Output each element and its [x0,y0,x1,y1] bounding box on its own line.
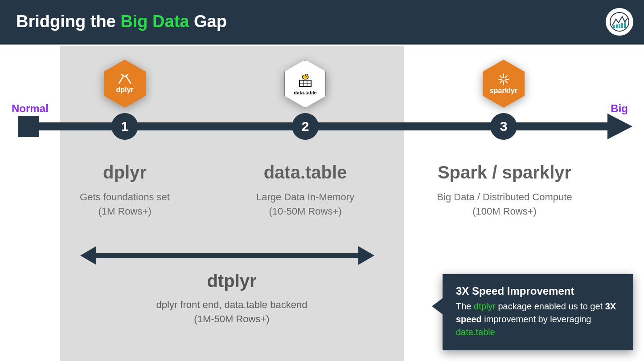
svg-rect-4 [621,23,623,28]
dplyr-hex-label: dplyr [116,86,133,94]
col2-desc: Large Data In-Memory [225,191,386,203]
dtplyr-range-arrow [80,246,374,265]
sparklyr-hex-icon: sparklyr [483,60,525,108]
brand-logo-icon [606,8,633,36]
timeline-node-3: 3 [490,113,517,140]
callout-t1: The [456,301,474,311]
title-accent: Big Data [120,12,189,31]
speed-callout: 3X Speed Improvement The dtplyr package … [443,274,633,350]
col3-title: Spark / sparklyr [424,162,585,183]
col1-desc: Gets foundations set [45,191,205,203]
svg-line-18 [505,76,507,78]
callout-t2: package enabled us to get [496,301,605,311]
header-bar: Bridging the Big Data Gap [0,0,644,45]
svg-point-11 [305,74,308,77]
timeline-start-label: Normal [12,102,49,115]
callout-t3: improvement by leveraging [482,314,591,324]
callout-heading: 3X Speed Improvement [456,285,621,297]
col2-rows: (10-50M Rows+) [225,206,386,217]
dtplyr-rows: (1M-50M Rows+) [67,313,397,325]
col3-desc: Big Data / Distributed Compute [424,191,585,203]
arrow-right-icon [358,246,374,265]
col2-title: data.table [225,162,386,183]
svg-line-19 [500,81,502,83]
dtplyr-block: dtplyr dplyr front end, data.table backe… [67,269,397,328]
dtplyr-desc: dplyr front end, data.table backend [67,299,397,311]
sparklyr-hex-label: sparklyr [490,87,517,95]
datatable-hex-label: data.table [294,90,316,95]
svg-rect-5 [624,22,626,28]
column-dplyr: dplyr Gets foundations set (1M Rows+) [45,162,205,220]
timeline-end-label: Big [611,102,628,115]
svg-line-16 [500,76,502,78]
callout-datatable: data.table [456,327,495,337]
callout-body: The dtplyr package enabled us to get 3X … [456,300,621,339]
col1-title: dplyr [45,162,205,183]
dplyr-hex-icon: dplyr [104,60,146,108]
callout-dtplyr: dtplyr [474,301,496,311]
svg-line-17 [505,81,507,83]
timeline-node-1: 1 [111,113,138,140]
timeline-arrow [18,122,632,130]
title-pre: Bridging the [16,12,120,31]
svg-rect-2 [616,24,618,28]
arrow-line [93,253,362,258]
column-datatable: data.table Large Data In-Memory (10-50M … [225,162,386,220]
timeline-arrowhead-icon [607,114,632,139]
page-title: Bridging the Big Data Gap [16,12,227,31]
dtplyr-title: dtplyr [67,271,397,291]
datatable-hex-icon: data.table [284,60,326,108]
svg-rect-3 [619,24,620,28]
col1-rows: (1M Rows+) [45,206,205,217]
svg-rect-1 [613,25,615,28]
col3-rows: (100M Rows+) [424,206,585,217]
timeline-node-2: 2 [292,113,319,140]
column-sparklyr: Spark / sparklyr Big Data / Distributed … [424,162,585,220]
title-post: Gap [189,12,226,31]
